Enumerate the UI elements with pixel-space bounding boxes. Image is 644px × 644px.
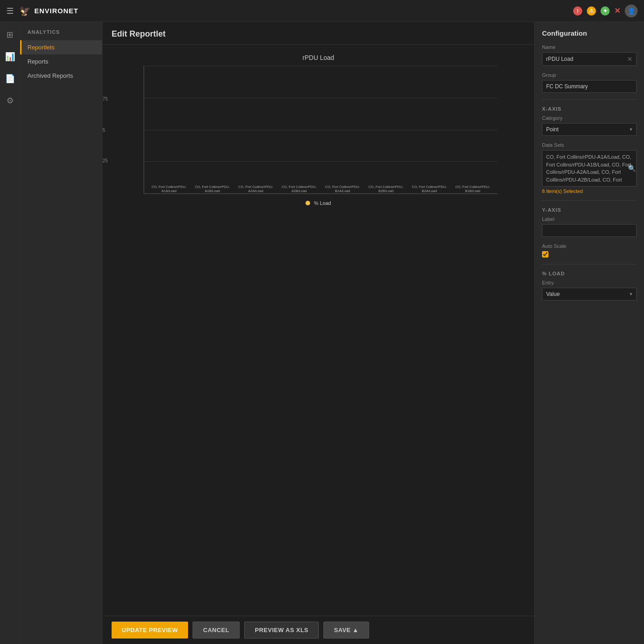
icon-sidebar: ⊞ 📊 📄 ⚙ — [0, 22, 20, 644]
bar-group-bar8: CO, Fort Collins/rPDU-B1B/Load — [452, 183, 493, 194]
datasets-wrapper: CO, Fort Collins/rPDU-A1A/Load, CO, Fort… — [542, 150, 637, 187]
chart-legend: % Load — [112, 200, 525, 206]
preview-as-xls-button[interactable]: PREVIEW AS XLS — [244, 622, 319, 639]
config-category-field: Category Point — [542, 115, 637, 136]
y-axis-labels: 1 0.75 0.5 0.25 0 — [102, 66, 107, 194]
bar-label-bar7: CO, Fort Collins/rPDU-B2A/Load — [409, 185, 450, 194]
grid-line-025 — [144, 161, 498, 162]
nav-dashboard-icon[interactable]: ⊞ — [3, 27, 17, 42]
datasets-search-icon[interactable]: 🔍 — [628, 165, 636, 172]
nav-reports-icon[interactable]: 📄 — [3, 71, 17, 86]
topbar: ☰ 🦅 ENVIRONET ! ⚠ ✦ ✕ 👤 — [0, 0, 644, 22]
nav-settings-icon[interactable]: ⚙ — [3, 93, 17, 108]
logo-icon: 🦅 — [19, 5, 31, 16]
config-entry-select[interactable]: Value — [542, 288, 637, 301]
bar-group-bar3: CO, Fort Collins/rPDU-A2A/Load — [236, 183, 276, 194]
app-name: ENVIRONET — [34, 7, 79, 15]
chart-container: rPDU Load 1 0.75 0.5 0.25 0 — [102, 45, 534, 616]
alert-cross-icon[interactable]: ✕ — [614, 6, 620, 15]
y-axis-section-title: Y-AXIS — [542, 207, 637, 213]
divider-1 — [542, 99, 637, 100]
bar-label-bar2: CO, Fort Collins/rPDU-A1B/Load — [192, 185, 233, 194]
config-entry-label: Entry — [542, 280, 637, 285]
alert-red-icon[interactable]: ! — [573, 6, 582, 16]
y-label-1: 1 — [102, 66, 107, 71]
config-group-input[interactable]: FC DC Summary — [542, 80, 637, 93]
sidebar-section-title: ANALYTICS — [20, 29, 102, 40]
clear-name-icon[interactable]: ✕ — [627, 55, 633, 63]
page-title: Edit Reportlet — [102, 22, 534, 45]
bar-group-bar2: CO, Fort Collins/rPDU-A1B/Load — [192, 183, 233, 194]
save-button[interactable]: SAVE ▲ — [323, 622, 369, 639]
config-category-label: Category — [542, 115, 637, 121]
user-avatar[interactable]: 👤 — [625, 5, 638, 17]
alert-orange-icon[interactable]: ⚠ — [587, 6, 596, 16]
config-group-label: Group — [542, 72, 637, 78]
config-y-label-label: Label — [542, 216, 637, 222]
bar-label-bar1: CO, Fort Collins/rPDU-A1A/Load — [149, 185, 189, 194]
config-entry-field: Entry Value — [542, 280, 637, 301]
bar-group-bar1: CO, Fort Collins/rPDU-A1A/Load — [149, 183, 189, 194]
grid-line-1 — [144, 66, 498, 66]
bar-label-bar6: CO, Fort Collins/rPDU-B2B/Load — [365, 185, 406, 194]
content-area: Edit Reportlet rPDU Load 1 0.75 0.5 0.25… — [102, 22, 534, 644]
left-sidebar: ANALYTICS Reportlets Reports Archived Re… — [20, 22, 102, 644]
sidebar-item-reportlets[interactable]: Reportlets — [20, 40, 102, 54]
config-name-input[interactable]: rPDU Load ✕ — [542, 52, 637, 66]
alert-green-icon[interactable]: ✦ — [601, 6, 610, 16]
config-category-select[interactable]: Point — [542, 123, 637, 136]
config-group-field: Group FC DC Summary — [542, 72, 637, 93]
sidebar-item-archived-reports[interactable]: Archived Reports — [20, 69, 102, 83]
bar-label-bar4: CO, Fort Collins/rPDU-A2B/Load — [279, 185, 320, 194]
y-label-05: 0.5 — [102, 128, 107, 133]
divider-3 — [542, 264, 637, 264]
bar-label-bar3: CO, Fort Collins/rPDU-A2A/Load — [236, 185, 276, 194]
update-preview-button[interactable]: UPDATE PREVIEW — [112, 622, 188, 639]
config-datasets-field: Data Sets CO, Fort Collins/rPDU-A1A/Load… — [542, 142, 637, 194]
config-y-label-input[interactable] — [542, 224, 637, 237]
datasets-box[interactable]: CO, Fort Collins/rPDU-A1A/Load, CO, Fort… — [542, 150, 637, 187]
y-label-0: 0 — [102, 189, 107, 194]
y-label-075: 0.75 — [102, 97, 107, 102]
y-label-025: 0.25 — [102, 158, 107, 163]
action-bar: UPDATE PREVIEW CANCEL PREVIEW AS XLS SAV… — [102, 616, 534, 644]
config-y-label-field: Label — [542, 216, 637, 237]
sidebar-item-reports[interactable]: Reports — [20, 54, 102, 69]
config-datasets-label: Data Sets — [542, 142, 637, 148]
config-title: Configuration — [542, 29, 637, 37]
config-entry-select-wrapper: Value — [542, 288, 637, 301]
config-autoscale-label: Auto Scale — [542, 243, 637, 249]
chart-area: CO, Fort Collins/rPDU-A1A/LoadCO, Fort C… — [144, 66, 498, 194]
grid-line-05 — [144, 130, 498, 130]
legend-label: % Load — [314, 200, 331, 206]
chart-title: rPDU Load — [112, 54, 525, 61]
x-axis-section-title: X-AXIS — [542, 106, 637, 112]
bar-group-bar4: CO, Fort Collins/rPDU-A2B/Load — [279, 183, 320, 194]
bar-label-bar8: CO, Fort Collins/rPDU-B1B/Load — [452, 185, 493, 194]
config-autoscale-checkbox[interactable] — [542, 251, 548, 258]
config-category-select-wrapper: Point — [542, 123, 637, 136]
selected-count: 8 Item(s) Selected — [542, 188, 637, 194]
menu-icon[interactable]: ☰ — [6, 6, 14, 16]
config-autoscale-field: Auto Scale — [542, 243, 637, 258]
percent-load-section-title: % LOAD — [542, 271, 637, 276]
config-panel: Configuration Name rPDU Load ✕ Group FC … — [534, 22, 644, 644]
bar-label-bar5: CO, Fort Collins/rPDU-B1A/Load — [322, 185, 363, 194]
nav-analytics-icon[interactable]: 📊 — [3, 49, 17, 64]
main-layout: ⊞ 📊 📄 ⚙ ANALYTICS Reportlets Reports Arc… — [0, 22, 644, 644]
legend-dot — [306, 201, 310, 205]
config-name-label: Name — [542, 44, 637, 50]
cancel-button[interactable]: CANCEL — [193, 622, 240, 639]
topbar-left: ☰ 🦅 ENVIRONET — [6, 5, 79, 16]
bar-group-bar6: CO, Fort Collins/rPDU-B2B/Load — [365, 183, 406, 194]
bar-group-bar7: CO, Fort Collins/rPDU-B2A/Load — [409, 183, 450, 194]
config-autoscale-row — [542, 251, 637, 258]
divider-2 — [542, 200, 637, 201]
topbar-right: ! ⚠ ✦ ✕ 👤 — [573, 5, 638, 17]
grid-line-075 — [144, 98, 498, 98]
bar-group-bar5: CO, Fort Collins/rPDU-B1A/Load — [322, 183, 363, 194]
config-name-field: Name rPDU Load ✕ — [542, 44, 637, 66]
